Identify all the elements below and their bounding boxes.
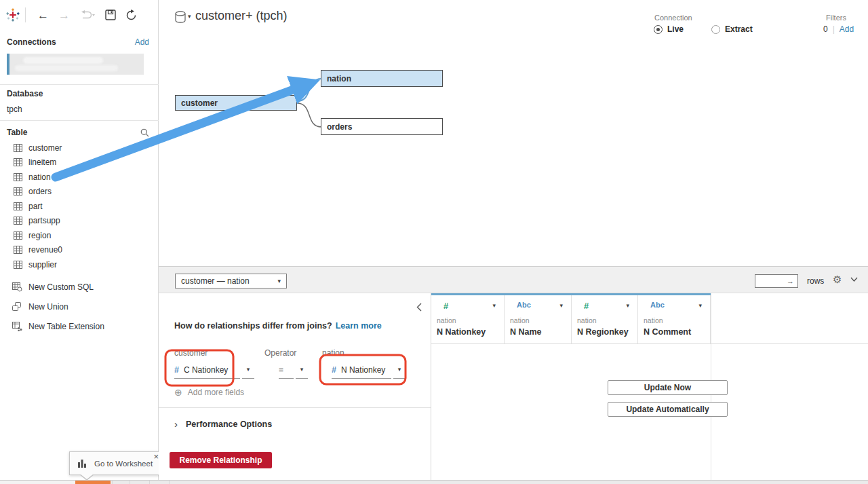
gear-icon[interactable]: ⚙ [833, 274, 842, 286]
go-arrow-icon[interactable]: → [787, 277, 794, 285]
connection-mode: Live Extract [654, 24, 753, 34]
right-field-value: N Nationkey [341, 365, 385, 375]
connection-item[interactable] [7, 54, 144, 75]
datasource-icon[interactable] [175, 11, 186, 24]
learn-more-link[interactable]: Learn more [336, 321, 382, 331]
table-item-revenue0[interactable]: revenue0 [0, 243, 158, 258]
tooltip-label: Go to Worksheet [94, 460, 153, 468]
grid-column-n-regionkey[interactable]: # ▾ nation N Regionkey [572, 295, 638, 343]
forward-icon[interactable]: → [58, 10, 70, 21]
grid-header-bottom-border [431, 343, 868, 344]
table-section-header: Table [7, 128, 149, 137]
column-caret-icon[interactable]: ▾ [698, 302, 702, 309]
canvas-table-orders[interactable]: orders [321, 118, 443, 135]
left-field-select[interactable]: # C Nationkey [174, 361, 240, 379]
canvas-table-customer[interactable]: customer [175, 95, 297, 111]
remove-relationship-button[interactable]: Remove Relationship [170, 452, 272, 468]
chevron-right-icon: › [174, 419, 178, 429]
sidebar-divider [0, 84, 159, 85]
canvas-table-label: nation [327, 74, 351, 83]
connection-detail-redacted [15, 65, 118, 71]
left-table-label: customer [174, 348, 208, 358]
caret-down-icon: ▾ [300, 367, 304, 373]
sheet-tab-datasource[interactable] [75, 481, 111, 484]
update-now-button[interactable]: Update Now [608, 380, 728, 395]
extract-radio[interactable]: Extract [711, 24, 753, 34]
grid-column-n-name[interactable]: Abc ▾ nation N Name [505, 295, 572, 343]
right-field-select[interactable]: # N Nationkey [332, 361, 391, 379]
column-field-name: N Name [510, 327, 542, 337]
union-icon [12, 302, 22, 311]
string-type-icon: Abc [650, 301, 665, 309]
datasource-caret-icon[interactable]: ▾ [188, 14, 191, 20]
add-more-fields-button[interactable]: ⊕ Add more fields [174, 388, 244, 397]
filters-add-link[interactable]: Add [840, 24, 854, 34]
table-list: customer lineitem nation orders part par… [0, 141, 158, 272]
database-name[interactable]: tpch [7, 105, 22, 114]
table-item-region[interactable]: region [0, 228, 158, 243]
column-caret-icon[interactable]: ▾ [492, 302, 496, 309]
table-item-customer[interactable]: customer [0, 141, 158, 155]
number-type-icon: # [443, 301, 448, 311]
new-table-extension[interactable]: New Table Extension [0, 316, 158, 336]
table-item-supplier[interactable]: supplier [0, 257, 158, 272]
table-item-label: nation [28, 172, 51, 182]
radio-selected-icon[interactable] [654, 25, 663, 34]
column-caret-icon[interactable]: ▾ [626, 302, 629, 309]
right-field-caret[interactable]: ▾ [393, 361, 406, 379]
add-connection-link[interactable]: Add [135, 37, 149, 47]
left-sidebar: ← → Connections Add [0, 0, 159, 480]
toolbar: ← → [0, 0, 158, 30]
table-item-orders[interactable]: orders [0, 185, 158, 200]
connections-header: Connections Add [7, 37, 149, 47]
tab-separator [112, 481, 113, 484]
question-text: How do relationships differ from joins? [174, 321, 332, 331]
grid-column-n-comment[interactable]: Abc ▾ nation N Comment [638, 295, 711, 343]
back-icon[interactable]: ← [37, 10, 49, 21]
connector-customer-nation[interactable] [297, 79, 321, 101]
performance-options-toggle[interactable]: › Performance Options [174, 419, 272, 429]
close-icon[interactable]: × [153, 452, 159, 461]
tableau-datasource-page: ← → Connections Add [0, 0, 868, 484]
panel-chevron-down-icon[interactable] [850, 277, 858, 282]
refresh-icon[interactable] [125, 10, 137, 21]
collapse-chevron-left-icon[interactable] [416, 303, 422, 312]
table-item-label: supplier [28, 260, 57, 269]
connection-section-label: Connection [654, 14, 692, 22]
relationship-question: How do relationships differ from joins?L… [174, 321, 382, 331]
save-icon[interactable] [105, 10, 116, 20]
row-count-input[interactable]: → [755, 274, 798, 288]
table-item-part[interactable]: part [0, 199, 158, 214]
datasource-title[interactable]: customer+ (tpch) [195, 9, 288, 23]
column-field-name: N Regionkey [577, 327, 629, 337]
canvas-table-label: customer [181, 98, 218, 108]
live-radio[interactable]: Live [654, 24, 684, 34]
new-custom-sql[interactable]: New Custom SQL [0, 277, 158, 297]
sheet-tab-strip [0, 480, 868, 484]
left-field-caret[interactable]: ▾ [242, 361, 254, 379]
tab-strip-left [0, 481, 75, 484]
search-icon[interactable] [140, 128, 149, 137]
update-automatically-button[interactable]: Update Automatically [608, 402, 728, 417]
column-caret-icon[interactable]: ▾ [559, 302, 563, 309]
new-union[interactable]: New Union [0, 297, 158, 316]
radio-unselected-icon[interactable] [711, 25, 720, 34]
table-item-partsupp[interactable]: partsupp [0, 214, 158, 229]
replay-icon[interactable] [79, 10, 96, 20]
operator-caret[interactable]: ▾ [296, 361, 308, 379]
table-item-lineitem[interactable]: lineitem [0, 155, 158, 170]
table-item-label: lineitem [28, 157, 56, 167]
table-item-label: region [28, 231, 51, 240]
grid-column-n-nationkey[interactable]: # ▾ nation N Nationkey [431, 295, 505, 343]
table-icon [14, 187, 22, 196]
table-extension-icon [12, 322, 22, 331]
operator-select[interactable]: = [279, 361, 294, 379]
connector-customer-orders[interactable] [297, 103, 321, 127]
canvas-table-nation[interactable]: nation [321, 70, 443, 87]
performance-options-label: Performance Options [186, 420, 272, 429]
relationship-pair-select[interactable]: customer — nation ▾ [175, 274, 287, 288]
go-to-worksheet-tooltip[interactable]: Go to Worksheet × [69, 451, 162, 475]
table-item-nation[interactable]: nation [0, 170, 158, 185]
string-type-icon: Abc [517, 301, 531, 309]
toolbar-divider [25, 7, 26, 22]
